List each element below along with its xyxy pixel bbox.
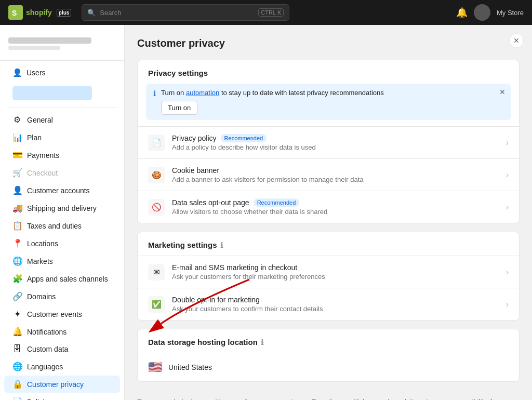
data-sales-title: Data sales opt-out page Recommended (172, 198, 499, 207)
privacy-settings-card: Privacy settings ℹ Turn on automation to… (137, 60, 520, 223)
sidebar-label-customer-events: Customer events (27, 310, 82, 318)
privacy-policy-badge: Recommended (221, 134, 267, 142)
taxes-icon: 📋 (12, 221, 22, 231)
cookie-banner-row[interactable]: 🍪 Cookie banner Add a banner to ask visi… (138, 158, 519, 191)
sidebar-store-info (0, 33, 124, 61)
sidebar-item-notifications[interactable]: 🔔Notifications (4, 323, 120, 340)
cookie-banner-desc: Add a banner to ask visitors for permiss… (172, 176, 499, 183)
topnav-right: 🔔 My Store (456, 4, 524, 21)
search-bar[interactable]: 🔍 CTRL K (82, 4, 289, 21)
sidebar-label-payments: Payments (27, 151, 59, 159)
email-sms-desc: Ask your customers for their marketing p… (172, 273, 499, 281)
marketing-settings-title: Marketing settings (148, 241, 217, 249)
sidebar-label-checkout: Checkout (27, 169, 58, 177)
logo-text: shopify (26, 8, 52, 17)
data-sales-content: Data sales opt-out page Recommended Allo… (172, 198, 499, 216)
email-sms-icon: ✉ (148, 264, 165, 281)
data-storage-card: Data storage hosting location ℹ 🇺🇸 Unite… (137, 329, 520, 382)
sidebar-item-markets[interactable]: 🌐Markets (4, 252, 120, 270)
sidebar-label-shipping: Shipping and delivery (27, 204, 97, 212)
double-opt-in-row[interactable]: ✅ Double opt-in for marketing Ask your c… (138, 288, 519, 320)
sidebar-item-plan[interactable]: 📊Plan (4, 129, 120, 146)
sidebar-item-languages[interactable]: 🌐Languages (4, 358, 120, 375)
sidebar-label-taxes: Taxes and duties (27, 222, 82, 230)
sidebar-label-locations: Locations (27, 239, 58, 248)
chevron-right-icon: › (506, 138, 509, 148)
sidebar-item-custom-data[interactable]: 🗄Custom data (4, 341, 120, 357)
languages-icon: 🌐 (12, 362, 22, 371)
double-opt-in-title: Double opt-in for marketing (172, 296, 499, 304)
search-icon: 🔍 (87, 9, 96, 17)
sidebar-item-policies[interactable]: 📄Policies (4, 393, 120, 400)
users-icon: 👤 (12, 68, 22, 77)
data-sales-desc: Allow visitors to choose whether their d… (172, 208, 499, 216)
banner-close-icon[interactable]: ✕ (499, 88, 506, 96)
sidebar-item-payments[interactable]: 💳Payments (4, 146, 120, 164)
data-sales-badge: Recommended (254, 198, 300, 207)
chevron-right-icon-5: › (506, 300, 509, 309)
country-row: 🇺🇸 United States (138, 353, 519, 381)
sidebar-label-domains: Domains (27, 292, 56, 301)
sidebar-label-plan: Plan (27, 134, 42, 142)
sidebar-store-bar2 (8, 46, 60, 50)
data-sales-row[interactable]: 🚫 Data sales opt-out page Recommended Al… (138, 191, 519, 223)
customer-privacy-icon: 🔒 (12, 379, 22, 389)
sidebar-item-domains[interactable]: 🔗Domains (4, 288, 120, 305)
sidebar-nav: ⚙General📊Plan💳Payments🛒Checkout👤Customer… (0, 111, 124, 400)
sidebar-store-bar (8, 37, 91, 44)
sidebar-label-markets: Markets (27, 257, 53, 265)
privacy-policy-row[interactable]: 📄 Privacy policy Recommended Add a polic… (138, 126, 519, 158)
sidebar-item-taxes[interactable]: 📋Taxes and duties (4, 217, 120, 234)
sidebar-item-customer-privacy[interactable]: 🔒Customer privacy (4, 376, 120, 393)
search-input[interactable] (100, 9, 254, 17)
sidebar-item-locations[interactable]: 📍Locations (4, 235, 120, 252)
apps-channels-icon: 🧩 (12, 274, 22, 284)
privacy-policy-content: Privacy policy Recommended Add a policy … (172, 134, 499, 151)
email-sms-content: E-mail and SMS marketing in checkout Ask… (172, 263, 499, 281)
sidebar-users-label: Users (26, 69, 46, 77)
sidebar-users-item[interactable]: 👤 Users (4, 65, 120, 81)
user-avatar[interactable] (474, 4, 490, 21)
top-navigation: S shopifyplus 🔍 CTRL K 🔔 My Store (0, 0, 532, 25)
double-opt-in-desc: Ask your customers to confirm their cont… (172, 305, 499, 313)
privacy-settings-title: Privacy settings (148, 69, 208, 77)
sidebar-item-general[interactable]: ⚙General (4, 111, 120, 128)
sidebar-label-apps-channels: Apps and sales channels (27, 275, 108, 283)
payments-icon: 💳 (12, 150, 22, 160)
sidebar-item-shipping[interactable]: 🚚Shipping and delivery (4, 199, 120, 217)
banner-text: Turn on automation to stay up to date wi… (161, 89, 503, 115)
footer-note: Recommended privacy settings are for you… (137, 390, 520, 400)
close-button[interactable]: ✕ (509, 33, 524, 48)
shopify-logo: S shopifyplus (8, 5, 71, 20)
customer-accounts-icon: 👤 (12, 185, 22, 195)
sidebar-item-apps-channels[interactable]: 🧩Apps and sales channels (4, 270, 120, 287)
turn-on-button[interactable]: Turn on (161, 101, 197, 115)
email-sms-row[interactable]: ✉ E-mail and SMS marketing in checkout A… (138, 256, 519, 288)
plan-icon: 📊 (12, 132, 22, 142)
sidebar-label-notifications: Notifications (27, 328, 66, 336)
double-opt-in-content: Double opt-in for marketing Ask your cus… (172, 296, 499, 313)
cookie-banner-icon: 🍪 (148, 167, 165, 183)
plus-badge: plus (57, 9, 72, 17)
info-icon: ℹ (153, 89, 156, 98)
sidebar-item-customer-events[interactable]: ✦Customer events (4, 305, 120, 323)
sidebar-label-custom-data: Custom data (27, 345, 68, 353)
cookie-banner-content: Cookie banner Add a banner to ask visito… (172, 166, 499, 183)
sidebar-label-policies: Policies (27, 398, 52, 401)
country-name: United States (168, 363, 212, 371)
shipping-icon: 🚚 (12, 203, 22, 213)
chevron-right-icon-4: › (506, 268, 509, 277)
automation-banner: ℹ Turn on automation to stay up to date … (146, 84, 511, 120)
notification-bell-icon[interactable]: 🔔 (456, 7, 468, 18)
checkout-icon: 🛒 (12, 168, 22, 178)
svg-text:S: S (12, 9, 17, 17)
automation-link[interactable]: automation (186, 89, 219, 97)
markets-icon: 🌐 (12, 256, 22, 266)
double-opt-in-icon: ✅ (148, 296, 165, 313)
sidebar-item-checkout: 🛒Checkout (4, 164, 120, 181)
sidebar-label-customer-privacy: Customer privacy (27, 380, 84, 389)
data-storage-title: Data storage hosting location (148, 338, 258, 346)
sidebar-label-customer-accounts: Customer accounts (27, 186, 90, 195)
sidebar-item-customer-accounts[interactable]: 👤Customer accounts (4, 182, 120, 199)
locations-icon: 📍 (12, 238, 22, 248)
